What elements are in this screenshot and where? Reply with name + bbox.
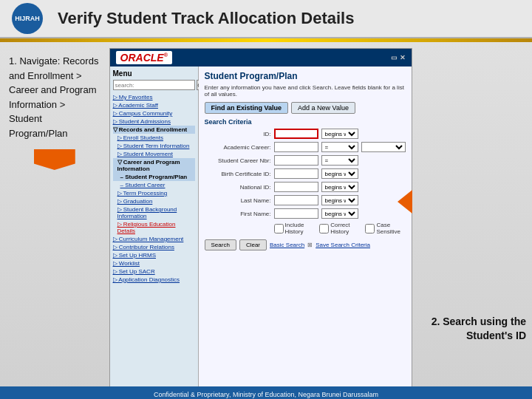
menu-item[interactable]: ▷ Worklist [113, 259, 195, 267]
oracle-panel: ORACLE® ▭ ✕ Menu ⊙ ▷ My Favorites ▷ Acad… [109, 48, 412, 397]
content-description: Enter any information you have and click… [205, 84, 406, 98]
field-label-career-nbr: Student Career Nbr: [205, 157, 271, 164]
form-row-career-nbr: Student Career Nbr: = begins with [205, 155, 406, 166]
arrow-shape [34, 149, 75, 170]
menu-item[interactable]: ▷ Enroll Students [113, 134, 195, 142]
field-input-career-nbr[interactable] [274, 155, 318, 166]
hijrah-logo: HIJRAH [12, 3, 43, 34]
field-input-birth-cert[interactable] [274, 168, 318, 179]
oracle-logo: ORACLE® [116, 51, 172, 64]
menu-item[interactable]: ▷ Student Movement [113, 150, 195, 158]
menu-item[interactable]: ▷ My Favorites [113, 93, 195, 101]
nav-instruction: 1. Navigate: Records and Enrollment > Ca… [9, 54, 100, 140]
page-title: Verify Student Track Allocation Details [58, 9, 354, 28]
menu-item[interactable]: ▷ Campus Community [113, 109, 195, 117]
pointer-arrow [398, 190, 412, 214]
menu-item-records[interactable]: ▽ Records and Enrollment [113, 126, 195, 134]
menu-item[interactable]: ▷ Religious Education Details [113, 220, 195, 235]
field-operator-career-nbr[interactable]: = begins with [321, 155, 358, 166]
field-operator-academic-career[interactable]: = begins with [321, 142, 358, 152]
menu-item[interactable]: ▷ Set Up HRMS [113, 251, 195, 259]
menu-item[interactable]: ▷ Contributor Relations [113, 243, 195, 251]
divider-icon: ⊠ [307, 242, 313, 248]
save-search-link[interactable]: Save Search Criteria [316, 242, 370, 248]
decorative-arrow-area [9, 149, 100, 170]
field-input-academic-career[interactable] [274, 142, 318, 152]
field-operator-id[interactable]: begins with = contains [321, 129, 358, 139]
field-dropdown-academic-career[interactable] [361, 142, 406, 152]
oracle-menu: Menu ⊙ ▷ My Favorites ▷ Academic Staff ▷… [110, 66, 199, 396]
menu-item[interactable]: ▷ Set Up SACR [113, 267, 195, 276]
field-input-last-name[interactable] [274, 195, 318, 205]
field-input-id[interactable] [274, 129, 318, 139]
menu-item[interactable]: ▷ Student Term Information [113, 142, 195, 150]
field-label-last-name: Last Name: [205, 197, 271, 204]
menu-search-bar[interactable]: ⊙ [113, 80, 195, 90]
field-label-birth-cert: Birth Certificate ID: [205, 171, 271, 177]
annotation-box: 2. Search using the Student's ID [424, 315, 526, 344]
checkbox-row: Include History Correct History Case Sen… [274, 222, 406, 235]
menu-item[interactable]: ▷ Student Admissions [113, 117, 195, 126]
form-row-first-name: First Name: begins with = [205, 208, 406, 219]
field-label-id: ID: [205, 131, 271, 137]
form-row-last-name: Last Name: begins with = [205, 195, 406, 205]
tab-add-new[interactable]: Add a New Value [291, 102, 355, 114]
menu-item[interactable]: ▷ Term Processing [113, 189, 195, 197]
menu-title: Menu [113, 69, 195, 78]
basic-search-link[interactable]: Basic Search [270, 242, 304, 248]
form-row-academic-career: Academic Career: = begins with [205, 142, 406, 152]
logo-area: HIJRAH Verify Student Track Allocation D… [12, 3, 354, 34]
checkbox-case-sensitive[interactable]: Case Sensitive [365, 222, 405, 235]
checkbox-include-history[interactable]: Include History [274, 222, 314, 235]
page-footer: Confidential & Proprietary, Ministry of … [0, 386, 532, 399]
search-criteria-title: Search Criteria [205, 118, 406, 126]
footer-text: Confidential & Proprietary, Ministry of … [154, 391, 378, 398]
field-operator-national-id[interactable]: begins with = [321, 182, 358, 192]
menu-item[interactable]: – Student Career [113, 181, 195, 189]
field-operator-last-name[interactable]: begins with = [321, 195, 358, 205]
menu-search-input[interactable] [113, 80, 195, 90]
field-operator-first-name[interactable]: begins with = [321, 208, 358, 219]
clear-button[interactable]: Clear [239, 239, 267, 250]
menu-item[interactable]: ▷ Student Background Information [113, 205, 195, 220]
field-label-first-name: First Name: [205, 211, 271, 217]
field-label-national-id: National ID: [205, 184, 271, 191]
form-row-national-id: National ID: begins with = [205, 182, 406, 192]
field-input-first-name[interactable] [274, 208, 318, 219]
menu-item-program-plan[interactable]: – Student Program/Plan [113, 173, 195, 181]
tabs-row: Find an Existing Value Add a New Value [205, 102, 406, 114]
form-row-id: ID: begins with = contains [205, 129, 406, 139]
left-panel: 1. Navigate: Records and Enrollment > Ca… [0, 42, 109, 399]
form-row-birth-cert: Birth Certificate ID: begins with = [205, 168, 406, 179]
annotation-text: 2. Search using the Student's ID [424, 315, 526, 344]
main-content: 1. Navigate: Records and Enrollment > Ca… [0, 42, 532, 399]
menu-item[interactable]: ▷ Curriculum Management [113, 235, 195, 243]
field-operator-birth-cert[interactable]: begins with = [321, 168, 358, 179]
action-row: Search Clear Basic Search ⊠ Save Search … [205, 239, 406, 250]
menu-item[interactable]: ▷ Application Diagnostics [113, 276, 195, 284]
menu-item[interactable]: ▷ Graduation [113, 197, 195, 205]
right-annotation-panel: 2. Search using the Student's ID [418, 42, 532, 399]
oracle-content-area: Student Program/Plan Enter any informati… [199, 66, 412, 396]
checkbox-correct-history[interactable]: Correct History [319, 222, 359, 235]
tab-find-existing[interactable]: Find an Existing Value [205, 102, 289, 114]
menu-item[interactable]: ▷ Academic Staff [113, 101, 195, 109]
field-label-academic-career: Academic Career: [205, 144, 271, 151]
page-header: HIJRAH Verify Student Track Allocation D… [0, 0, 532, 38]
search-button[interactable]: Search [205, 239, 236, 250]
oracle-header-controls: ▭ ✕ [391, 54, 406, 61]
oracle-body: Menu ⊙ ▷ My Favorites ▷ Academic Staff ▷… [110, 66, 412, 396]
menu-item-career[interactable]: ▽ Career and Program Information [113, 158, 195, 173]
oracle-header-bar: ORACLE® ▭ ✕ [110, 49, 412, 66]
field-input-national-id[interactable] [274, 182, 318, 192]
content-title: Student Program/Plan [205, 71, 406, 81]
